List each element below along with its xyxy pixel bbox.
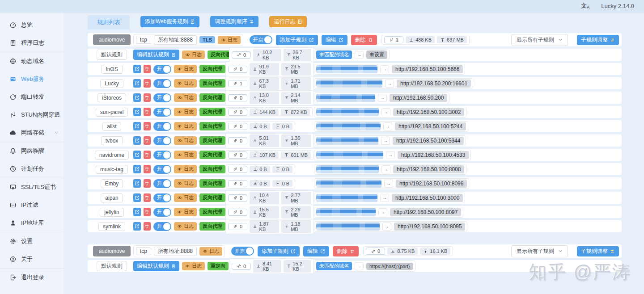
delete-subrule-button[interactable] — [144, 93, 151, 102]
delete-subrule-button[interactable] — [144, 222, 151, 231]
adjust-subrules-button[interactable]: 子规则调整 — [577, 246, 619, 256]
sidebar-item-network-storage[interactable]: 网络存储 — [0, 124, 64, 142]
log-badge[interactable]: 日志 — [174, 65, 197, 73]
delete-rule-button[interactable]: 删除 — [333, 246, 359, 256]
log-badge[interactable]: 日志 — [174, 122, 197, 130]
subrule-enabled-toggle[interactable]: 开 — [153, 193, 171, 202]
subrule-enabled-toggle[interactable]: 开 — [153, 222, 171, 231]
sidebar-item-wake-on-lan[interactable]: 网络唤醒 — [0, 142, 64, 160]
target-url-chip[interactable]: http://192.168.50.100:8095 — [394, 223, 465, 231]
target-url-chip[interactable]: http://192.168.50.100:3000 — [392, 194, 463, 202]
sidebar-item-settings[interactable]: 设置 — [0, 232, 64, 250]
edit-subrule-button[interactable] — [133, 79, 141, 88]
subrule-enabled-toggle[interactable]: 开 — [153, 151, 171, 160]
sidebar-item-ddns[interactable]: 动态域名 — [0, 52, 64, 70]
sidebar-item-overview[interactable]: 总览 — [0, 16, 64, 34]
log-badge[interactable]: 日志 — [182, 50, 205, 59]
edit-subrule-button[interactable] — [133, 222, 141, 231]
subrule-enabled-toggle[interactable]: 开 — [153, 93, 171, 102]
adjust-subrules-button[interactable]: 子规则调整 — [577, 35, 619, 45]
edit-default-rule-button[interactable]: 编辑默认规则 — [133, 261, 179, 271]
sidebar-item-logout[interactable]: 退出登录 — [0, 268, 64, 286]
delete-rule-button[interactable]: 删除 — [351, 35, 377, 45]
toggle-knob — [163, 180, 170, 187]
target-url-chip[interactable]: http://192.168.50.100:4533 — [398, 151, 469, 159]
target-url-chip[interactable]: http://192.168.50.100:8008 — [393, 165, 464, 173]
sidebar-item-web-service[interactable]: Web服务 — [0, 70, 64, 88]
sidebar-item-port-forward[interactable]: 端口转发 — [0, 88, 64, 106]
log-badge[interactable]: 日志 — [174, 193, 197, 202]
sidebar-item-ip-database[interactable]: IP地址库 — [0, 214, 64, 232]
edit-subrule-button[interactable] — [133, 165, 141, 173]
delete-subrule-button[interactable] — [144, 208, 151, 216]
log-badge[interactable]: 日志 — [174, 222, 197, 231]
sidebar-item-about[interactable]: 关于 — [0, 250, 64, 268]
edit-subrule-button[interactable] — [133, 179, 141, 188]
log-badge[interactable]: 日志 — [174, 79, 197, 88]
reorder-rules-button[interactable]: 调整规则顺序 — [210, 16, 258, 27]
subrule-enabled-toggle[interactable]: 开 — [153, 65, 171, 74]
log-badge[interactable]: 日志 — [174, 93, 197, 102]
target-url-chip[interactable]: http://192.168.50.100:8097 — [390, 208, 461, 216]
delete-subrule-button[interactable] — [144, 179, 151, 188]
log-badge[interactable]: 日志 — [174, 208, 197, 216]
edit-subrule-button[interactable] — [133, 122, 141, 130]
delete-subrule-button[interactable] — [144, 165, 151, 173]
edit-subrule-button[interactable] — [133, 65, 141, 73]
subrule-enabled-toggle[interactable]: 开 — [153, 122, 171, 131]
log-badge[interactable]: 日志 — [174, 108, 197, 116]
subrule-enabled-toggle[interactable]: 开 — [153, 136, 171, 145]
sidebar-item-scheduled-tasks[interactable]: 计划任务 — [0, 160, 64, 178]
edit-subrule-button[interactable] — [133, 136, 141, 145]
target-url-chip[interactable]: http://192.168.50.200:16601 — [397, 80, 471, 88]
subrule-enabled-toggle[interactable]: 开 — [153, 108, 171, 117]
log-badge[interactable]: 日志 — [174, 151, 197, 159]
censored-domain — [316, 137, 378, 145]
delete-subrule-button[interactable] — [144, 108, 151, 116]
edit-subrule-button[interactable] — [133, 208, 141, 216]
add-subrule-button[interactable]: 添加子规则 — [276, 35, 318, 45]
log-badge[interactable]: 日志 — [199, 247, 222, 256]
subrule-enabled-toggle[interactable]: 开 — [153, 79, 171, 88]
sidebar-item-ip-filter[interactable]: IP IP过滤 — [0, 196, 64, 214]
target-url-chip[interactable]: http://192.168.50.100:3002 — [393, 108, 464, 116]
edit-subrule-button[interactable] — [133, 151, 141, 159]
edit-default-rule-button[interactable]: 编辑默认规则 — [133, 50, 179, 60]
edit-subrule-button[interactable] — [133, 93, 141, 102]
delete-subrule-button[interactable] — [144, 122, 151, 130]
subrule-enabled-toggle[interactable]: 开 — [153, 208, 171, 217]
language-translate-icon[interactable]: 文A — [581, 3, 589, 9]
run-log-button[interactable]: 运行日志 — [269, 16, 307, 27]
log-badge[interactable]: 日志 — [174, 179, 197, 188]
add-web-rule-button[interactable]: 添加Web服务规则 — [140, 16, 199, 27]
sidebar-item-app-log[interactable]: 程序日志 — [0, 34, 64, 52]
log-badge[interactable]: 日志 — [218, 36, 241, 44]
edit-subrule-button[interactable] — [133, 193, 141, 202]
delete-subrule-button[interactable] — [144, 193, 151, 202]
tab-rule-list[interactable]: 规则列表 — [88, 15, 130, 29]
delete-subrule-button[interactable] — [144, 151, 151, 159]
subrule-enabled-toggle[interactable]: 开 — [153, 179, 171, 188]
edit-rule-button[interactable]: 编辑 — [322, 35, 347, 45]
edit-rule-button[interactable]: 编辑 — [303, 246, 329, 256]
target-url-chip[interactable]: http://192.168.50.100:5344 — [393, 137, 464, 145]
delete-subrule-button[interactable] — [144, 65, 151, 73]
subrule-enabled-toggle[interactable]: 开 — [153, 165, 171, 174]
show-subrules-dropdown[interactable]: 显示所有子规则 — [511, 34, 568, 46]
rule-enabled-toggle[interactable]: 开启 — [231, 247, 254, 256]
target-url-chip[interactable]: http://192.168.50.100:5666 — [392, 65, 463, 73]
edit-subrule-button[interactable] — [133, 108, 141, 116]
log-badge[interactable]: 日志 — [174, 136, 197, 145]
log-badge[interactable]: 日志 — [182, 262, 205, 270]
show-subrules-dropdown[interactable]: 显示所有子规则 — [511, 245, 568, 257]
log-badge[interactable]: 日志 — [174, 165, 197, 173]
target-url-chip[interactable]: http://192.168.50.100:8096 — [396, 180, 467, 188]
delete-subrule-button[interactable] — [144, 79, 151, 88]
rule-enabled-toggle[interactable]: 开启 — [250, 35, 272, 44]
add-subrule-button[interactable]: 添加子规则 — [258, 246, 300, 256]
sidebar-item-stun[interactable]: STUN内网穿透 — [0, 106, 64, 124]
target-url-chip[interactable]: http://192.168.50.200 — [390, 94, 447, 102]
sidebar-item-ssl-cert[interactable]: SSL/TLS证书 — [0, 178, 64, 196]
target-url-chip[interactable]: http://192.168.50.100:5244 — [395, 122, 466, 130]
delete-subrule-button[interactable] — [144, 136, 151, 145]
